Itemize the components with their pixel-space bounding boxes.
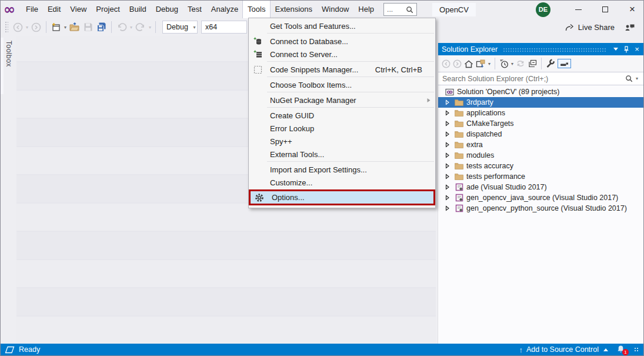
navigate-back-icon[interactable] bbox=[11, 20, 25, 34]
properties-wrench-icon[interactable] bbox=[545, 56, 556, 71]
tree-item[interactable]: 3rdparty bbox=[438, 97, 643, 108]
expand-arrow-icon[interactable] bbox=[445, 205, 454, 211]
tree-item[interactable]: tests accuracy bbox=[438, 161, 643, 171]
undo-icon[interactable] bbox=[115, 20, 129, 34]
menu-item[interactable]: Connect to Database... bbox=[249, 35, 435, 48]
panel-menu-icon[interactable] bbox=[610, 44, 621, 55]
menubar-item[interactable]: Help bbox=[353, 1, 379, 18]
notifications-button[interactable]: 1 bbox=[616, 345, 627, 354]
menu-item[interactable]: Error Lookup bbox=[249, 122, 435, 135]
feedback-button[interactable] bbox=[625, 23, 635, 32]
menubar-item[interactable]: File bbox=[21, 1, 43, 18]
solution-icon bbox=[445, 88, 455, 96]
tree-item[interactable]: dispatched bbox=[438, 129, 643, 139]
solution-explorer-search[interactable]: Search Solution Explorer (Ctrl+;) ▾ bbox=[438, 72, 643, 85]
tree-item[interactable]: gen_opencv_python_source (Visual Studio … bbox=[438, 203, 643, 214]
save-icon[interactable] bbox=[82, 20, 95, 34]
menu-item[interactable]: Import and Export Settings... bbox=[249, 163, 435, 176]
tree-item[interactable]: gen_opencv_java_source (Visual Studio 20… bbox=[438, 192, 643, 203]
menubar-item[interactable]: Test bbox=[183, 1, 206, 18]
undo-dropdown[interactable]: ▾ bbox=[129, 25, 134, 30]
pending-changes-dropdown[interactable]: ▾ bbox=[510, 61, 515, 66]
tree-item-label: gen_opencv_python_source (Visual Studio … bbox=[466, 204, 627, 212]
expand-arrow-icon[interactable] bbox=[445, 99, 454, 105]
close-panel-icon[interactable]: × bbox=[632, 44, 642, 55]
redo-icon[interactable] bbox=[134, 20, 148, 34]
menubar-item[interactable]: Edit bbox=[43, 1, 65, 18]
menu-item[interactable]: Connect to Server... bbox=[249, 48, 435, 61]
menubar-item[interactable]: Analyze bbox=[206, 1, 243, 18]
solution-configuration-dropdown[interactable]: Debug▾ bbox=[162, 21, 198, 34]
pending-changes-filter-icon[interactable] bbox=[498, 56, 510, 71]
tree-item[interactable]: CMakeTargets bbox=[438, 118, 643, 129]
expand-arrow-icon[interactable] bbox=[445, 152, 454, 158]
forward-icon[interactable] bbox=[452, 56, 463, 71]
user-avatar[interactable]: DE bbox=[536, 2, 550, 17]
menu-item[interactable]: NuGet Package Manager bbox=[249, 94, 435, 107]
expand-arrow-icon[interactable] bbox=[445, 184, 454, 190]
project-icon bbox=[454, 183, 464, 191]
menubar-item[interactable]: View bbox=[65, 1, 91, 18]
switch-views-icon[interactable] bbox=[475, 56, 487, 71]
sync-with-active-document-icon[interactable] bbox=[515, 56, 526, 71]
solution-platform-dropdown[interactable]: x64 bbox=[201, 21, 247, 34]
collapse-all-icon[interactable] bbox=[526, 56, 538, 71]
menubar-item[interactable]: Extensions bbox=[270, 1, 317, 18]
add-to-source-control-button[interactable]: ↑ Add to Source Control bbox=[519, 345, 609, 354]
status-mode-icon bbox=[5, 346, 15, 354]
titlebar: ∞ FileEditViewProjectBuildDebugTestAnaly… bbox=[1, 1, 643, 18]
menu-item[interactable]: Options... bbox=[249, 189, 435, 205]
switch-views-dropdown[interactable]: ▾ bbox=[487, 61, 492, 66]
toolbox-tab-indicator bbox=[1, 38, 4, 94]
live-share-button[interactable]: Live Share bbox=[565, 22, 615, 32]
tree-item[interactable]: tests performance bbox=[438, 171, 643, 182]
search-options-dropdown[interactable]: ▾ bbox=[635, 76, 639, 81]
maximize-button[interactable] bbox=[595, 1, 615, 18]
menubar-item[interactable]: Window bbox=[317, 1, 353, 18]
back-icon[interactable] bbox=[441, 56, 452, 71]
new-project-dropdown[interactable]: ▾ bbox=[63, 25, 68, 30]
menu-item[interactable]: Code Snippets Manager... Ctrl+K, Ctrl+B bbox=[249, 63, 435, 76]
tree-item[interactable]: Solution 'OpenCV' (89 projects) bbox=[438, 86, 643, 97]
menu-item[interactable]: Create GUID bbox=[249, 109, 435, 122]
tree-item-label: 3rdparty bbox=[466, 98, 493, 107]
expand-arrow-icon[interactable] bbox=[445, 163, 454, 169]
menu-item[interactable]: Get Tools and Features... bbox=[249, 19, 435, 32]
expand-arrow-icon[interactable] bbox=[445, 174, 454, 179]
navigate-forward-icon[interactable] bbox=[29, 20, 43, 34]
expand-arrow-icon[interactable] bbox=[445, 195, 454, 201]
expand-arrow-icon[interactable] bbox=[445, 131, 454, 137]
expand-arrow-icon[interactable] bbox=[445, 142, 454, 148]
expand-arrow-icon[interactable] bbox=[445, 121, 454, 127]
save-all-icon[interactable] bbox=[95, 20, 108, 34]
menubar-item[interactable]: Debug bbox=[151, 1, 183, 18]
home-icon[interactable] bbox=[463, 56, 475, 71]
expand-arrow-icon[interactable] bbox=[445, 110, 454, 116]
toolbar-grip[interactable] bbox=[5, 21, 8, 33]
new-project-icon[interactable] bbox=[49, 20, 63, 34]
navigate-back-dropdown[interactable]: ▾ bbox=[25, 25, 29, 30]
quick-launch-search[interactable]: ... bbox=[383, 3, 417, 16]
menubar-item[interactable]: Project bbox=[91, 1, 124, 18]
menubar-item[interactable]: Tools bbox=[243, 1, 270, 18]
tree-item[interactable]: modules bbox=[438, 150, 643, 161]
resize-grip[interactable] bbox=[634, 347, 639, 352]
redo-dropdown[interactable]: ▾ bbox=[148, 25, 152, 30]
tree-item[interactable]: extra bbox=[438, 139, 643, 150]
menu-shortcut: Ctrl+K, Ctrl+B bbox=[375, 65, 422, 74]
toolbox-tab[interactable]: Toolbox bbox=[5, 41, 13, 67]
visual-studio-logo-icon: ∞ bbox=[1, 1, 18, 18]
menu-item[interactable]: External Tools... bbox=[249, 148, 435, 161]
minimize-button[interactable] bbox=[568, 1, 588, 18]
solution-explorer-titlebar[interactable]: Solution Explorer × bbox=[438, 43, 643, 55]
menu-item[interactable]: Choose Toolbox Items... bbox=[249, 78, 435, 91]
menubar-item[interactable]: Build bbox=[125, 1, 151, 18]
pin-icon[interactable] bbox=[621, 44, 632, 55]
open-file-icon[interactable] bbox=[68, 20, 82, 34]
close-button[interactable]: × bbox=[622, 1, 642, 18]
menu-item[interactable]: Spy++ bbox=[249, 135, 435, 148]
tree-item[interactable]: ade (Visual Studio 2017) bbox=[438, 182, 643, 192]
tree-item[interactable]: applications bbox=[438, 108, 643, 118]
preview-selected-items-toggle[interactable] bbox=[558, 59, 571, 68]
menu-item[interactable]: Customize... bbox=[249, 176, 435, 189]
